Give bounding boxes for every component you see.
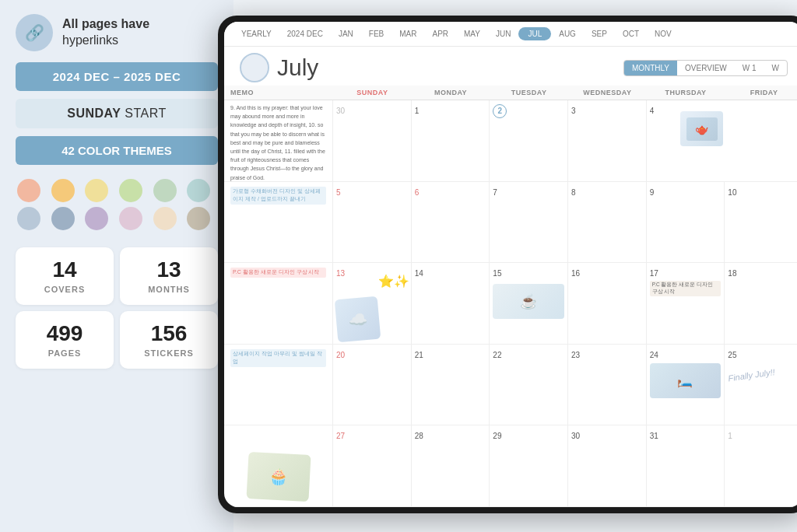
memo-cell-4: 상세페이지 작업 마무리 및 썸네일 작업 xyxy=(224,345,333,425)
nav-tab-apr[interactable]: APR xyxy=(424,26,456,41)
device-container: YEARLY 2024 DEC JAN FEB MAR APR MAY JUN … xyxy=(218,16,797,521)
stat-months: 13 MONTHS xyxy=(120,247,218,305)
date-range-badge: 2024 DEC – 2025 DEC xyxy=(16,62,218,91)
cell-3: 3 xyxy=(568,100,647,181)
cell-31: 31 xyxy=(647,425,725,506)
cell-22: 22 xyxy=(490,345,568,425)
cell-24: 24 🛏️ xyxy=(647,345,725,425)
month-title: July xyxy=(240,53,318,82)
cell-1: 1 xyxy=(412,100,490,181)
memo-cell-3: P.C 활용한 새로운 디자인 구상 시작 xyxy=(224,263,333,344)
view-tab-monthly[interactable]: MONTHLY xyxy=(624,61,677,75)
view-tab-w1[interactable]: W 1 xyxy=(735,61,764,75)
cell-30b: 30 xyxy=(568,425,647,506)
weekday-tue: TUESDAY xyxy=(490,86,568,100)
nav-tab-yearly[interactable]: YEARLY xyxy=(233,26,279,41)
week-row-5: 🧁 27 28 29 xyxy=(224,425,797,507)
hyperlinks-row: 🔗 All pages have hyperlinks xyxy=(16,14,218,51)
nav-tab-aug[interactable]: AUG xyxy=(551,26,584,41)
color-swatches xyxy=(16,173,218,236)
nav-tab-feb[interactable]: FEB xyxy=(361,26,391,41)
weekday-fri: FRIDAY xyxy=(725,86,797,100)
nav-tab-sep[interactable]: SEP xyxy=(584,26,615,41)
cell-6: 6 xyxy=(412,182,490,263)
nav-tab-jan[interactable]: JAN xyxy=(331,26,361,41)
week-row-1: 9. And this is my prayer: that your love… xyxy=(224,100,797,182)
nav-tab-oct[interactable]: OCT xyxy=(615,26,647,41)
color-themes-badge: 42 COLOR THEMES xyxy=(16,136,218,165)
swatch-2 xyxy=(51,179,75,202)
swatch-8 xyxy=(51,207,75,230)
swatch-11 xyxy=(153,207,177,230)
cell-5: 5 xyxy=(333,182,412,263)
stats-grid: 14 COVERS 13 MONTHS 499 PAGES 156 STICKE… xyxy=(16,247,218,369)
nav-tab-dec[interactable]: 2024 DEC xyxy=(279,26,331,41)
cell-4: 4 🫖 xyxy=(647,100,725,181)
device-frame: YEARLY 2024 DEC JAN FEB MAR APR MAY JUN … xyxy=(218,16,797,513)
weekday-mon: MONDAY xyxy=(412,86,490,100)
cell-21: 21 xyxy=(412,345,490,425)
hyperlinks-line1: All pages have xyxy=(62,17,149,30)
swatch-4 xyxy=(119,179,142,202)
event-note-2: 가로형 수채화버전 디자인 및 상세페이지 제작 / 업로드까지 끝내기 xyxy=(230,187,326,205)
cell-2: 2 xyxy=(490,100,568,181)
view-tabs[interactable]: MONTHLY OVERVIEW W 1 W xyxy=(623,60,788,76)
handwriting-text: Finally July!! xyxy=(728,363,797,383)
hyperlinks-line2: hyperlinks xyxy=(62,33,118,47)
week-row-3: P.C 활용한 새로운 디자인 구상 시작 13 ⭐✨ ☁️ xyxy=(224,263,797,345)
hyperlinks-text: All pages have hyperlinks xyxy=(62,16,149,49)
cell-aug1: 1 xyxy=(725,425,797,506)
weekday-memo: MEMO xyxy=(224,86,333,100)
stat-pages: 499 PAGES xyxy=(16,311,114,369)
swatch-12 xyxy=(187,207,210,230)
view-tab-overview[interactable]: OVERVIEW xyxy=(677,61,735,75)
calendar-app: YEARLY 2024 DEC JAN FEB MAR APR MAY JUN … xyxy=(224,22,797,507)
device-screen: YEARLY 2024 DEC JAN FEB MAR APR MAY JUN … xyxy=(224,22,797,507)
link-icon: 🔗 xyxy=(16,14,53,51)
calendar-grid: MEMO SUNDAY MONDAY TUESDAY WEDNESDAY THU… xyxy=(224,86,797,507)
cell-23: 23 xyxy=(568,345,647,425)
view-tab-w[interactable]: W xyxy=(764,61,787,75)
week-row-2: 가로형 수채화버전 디자인 및 상세페이지 제작 / 업로드까지 끝내기 5 6… xyxy=(224,182,797,264)
swatch-7 xyxy=(17,207,40,230)
event-note-4: 상세페이지 작업 마무리 및 썸네일 작업 xyxy=(230,349,326,367)
week-start-badge: SUNDAY START xyxy=(16,99,218,128)
cell-13: 13 ⭐✨ ☁️ xyxy=(333,263,412,344)
nav-tab-nov[interactable]: NOV xyxy=(647,26,679,41)
cell-28: 28 xyxy=(412,425,490,506)
cell-15: 15 ☕ xyxy=(490,263,568,344)
calendar-rows: 9. And this is my prayer: that your love… xyxy=(224,100,797,507)
swatch-1 xyxy=(17,179,40,202)
calendar-top-nav[interactable]: YEARLY 2024 DEC JAN FEB MAR APR MAY JUN … xyxy=(224,22,797,47)
cell-29: 29 xyxy=(490,425,568,506)
swatch-10 xyxy=(119,207,142,230)
weekday-thu: THURSDAY xyxy=(647,86,725,100)
week-row-4: 상세페이지 작업 마무리 및 썸네일 작업 20 21 22 xyxy=(224,345,797,426)
swatch-9 xyxy=(85,207,108,230)
cell-10: 10 xyxy=(725,182,797,263)
cell-27: 27 xyxy=(333,425,412,506)
cell-17: 17 P.C 활용한 새로운 디자인 구상 시작 xyxy=(647,263,725,344)
cell-18: 18 xyxy=(725,263,797,344)
weekday-wed: WEDNESDAY xyxy=(568,86,647,100)
cell-30: 30 xyxy=(333,100,412,181)
left-panel: 🔗 All pages have hyperlinks 2024 DEC – 2… xyxy=(0,0,233,532)
nav-tab-jul[interactable]: JUL xyxy=(518,27,551,40)
memo-cell-2: 가로형 수채화버전 디자인 및 상세페이지 제작 / 업로드까지 끝내기 xyxy=(224,182,333,263)
nav-tab-mar[interactable]: MAR xyxy=(391,26,424,41)
event-note-3: P.C 활용한 새로운 디자인 구상 시작 xyxy=(230,268,326,278)
cell-20: 20 xyxy=(333,345,412,425)
memo-cell-5: 🧁 xyxy=(224,425,333,506)
nav-tab-jun[interactable]: JUN xyxy=(488,26,518,41)
cell-16: 16 xyxy=(568,263,647,344)
calendar-header: July MONTHLY OVERVIEW W 1 W xyxy=(224,47,797,86)
stat-covers: 14 COVERS xyxy=(16,247,114,305)
cell-9: 9 xyxy=(647,182,725,263)
stat-stickers: 156 STICKERS xyxy=(120,311,218,369)
cell-7: 7 xyxy=(490,182,568,263)
weekdays-header: MEMO SUNDAY MONDAY TUESDAY WEDNESDAY THU… xyxy=(224,86,797,100)
cell-14: 14 xyxy=(412,263,490,344)
nav-tab-may[interactable]: MAY xyxy=(456,26,488,41)
weekday-sun: SUNDAY xyxy=(333,86,412,100)
swatch-3 xyxy=(85,179,108,202)
